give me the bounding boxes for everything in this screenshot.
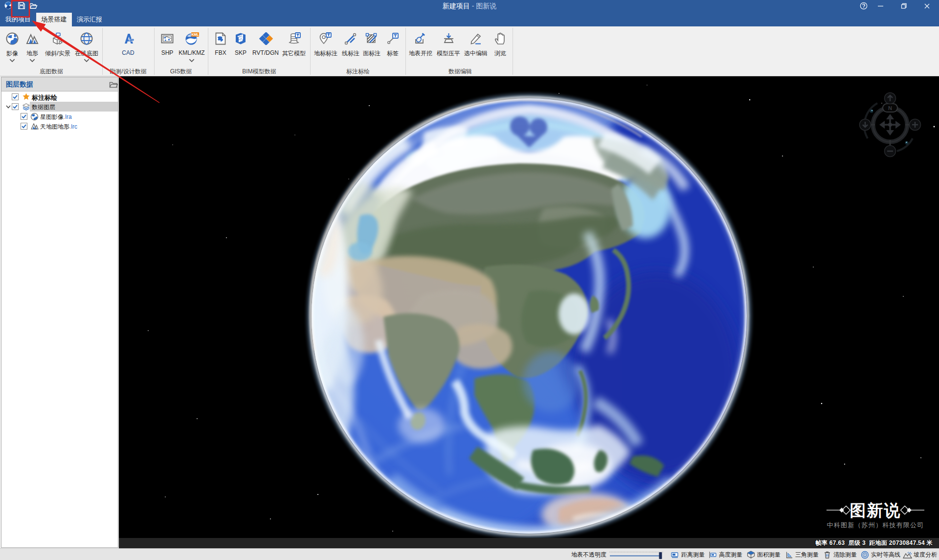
svg-text:KML: KML [191,33,199,36]
svg-text:N: N [888,105,892,111]
